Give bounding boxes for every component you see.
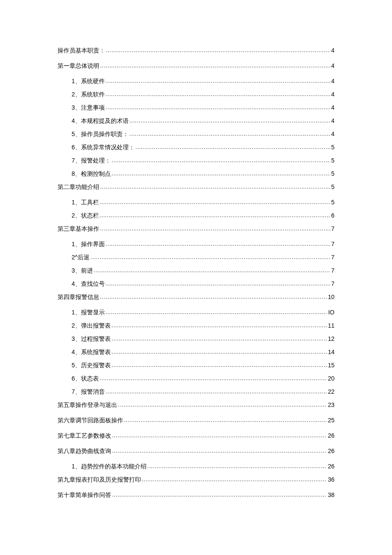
toc-leader-dots [106,389,327,395]
toc-label: 2、系统软件 [72,91,105,99]
toc-leader-dots [106,78,330,84]
toc-entry: 1、工具栏5 [58,199,334,206]
toc-label: 4、系统报警表 [72,349,111,356]
toc-leader-dots [142,477,327,482]
toc-label: 8、检测控制点 [72,170,111,178]
toc-page-number: 4 [331,91,334,98]
toc-entry: 第九章报表打印及历史报警打印36 [58,476,334,484]
toc-label: 3、过程报警表 [72,335,111,343]
toc-entry: 第一章总体说明4 [58,62,334,70]
toc-page-number: 6 [331,212,334,219]
toc-leader-dots [147,463,327,469]
toc-page-number: 26 [328,463,334,470]
toc-label: 第五章操作登录与退出 [58,401,117,409]
toc-leader-dots [112,362,327,368]
toc-leader-dots [112,349,327,355]
toc-leader-dots [112,336,327,342]
toc-leader-dots [112,433,327,439]
toc-page-number: 4 [331,104,334,111]
toc-leader-dots [112,492,327,498]
toc-entry: 第八章趋势曲线查询26 [58,447,334,455]
toc-label: 第六章调节回路面板操作 [58,417,123,424]
toc-page-number: 7 [331,241,334,247]
toc-entry: 1、报警显示IO [58,309,334,317]
toc-page-number: 20 [328,375,334,382]
toc-label: 6、系统异常情况处理： [72,144,135,151]
toc-page-number: 25 [328,417,334,424]
toc-leader-dots [100,226,330,232]
toc-leader-dots [112,448,327,454]
toc-page-number: 5 [331,157,334,164]
toc-page-number: 12 [328,335,334,342]
toc-page-number: 4 [331,78,334,84]
toc-label: 4、本规程提及的术语 [72,117,129,125]
toc-leader-dots [106,309,327,315]
toc-page-number: 11 [328,322,334,329]
toc-page-number: 4 [331,62,334,69]
toc-entry: 2、弹出报警表11 [58,322,334,330]
toc-leader-dots [112,171,330,177]
toc-page-number: 26 [328,447,334,454]
toc-entry: 2、系统软件4 [58,91,334,99]
toc-label: 第八章趋势曲线查询 [58,447,111,455]
toc-entry: 4、系统报警表14 [58,349,334,356]
toc-leader-dots [112,323,327,328]
toc-leader-dots [90,254,330,260]
toc-page-number: 5 [331,199,334,206]
toc-label: 3、前进 [72,267,93,275]
toc-page-number: 7 [331,254,334,261]
toc-entry: 3、注意事项4 [58,104,334,112]
toc-entry: 1、系统硬件4 [58,78,334,85]
toc-label: 7、报警处理： [72,157,111,165]
toc-entry: 6、系统异常情况处理：5 [58,144,334,151]
toc-label: 第四章报警信息 [58,293,99,301]
toc-label: 第十章简单操作问答 [58,491,111,499]
toc-leader-dots [130,118,330,124]
toc-page-number: 7 [331,225,334,232]
toc-entry: 1、趋势控件的基本功能介绍26 [58,463,334,471]
toc-leader-dots [100,63,330,69]
toc-leader-dots [106,105,330,110]
toc-label: 5、历史报警表 [72,362,111,369]
toc-page-number: 4 [331,47,334,54]
toc-leader-dots [100,212,330,218]
toc-label: 第七章工艺参数修改 [58,432,111,440]
toc-leader-dots [106,47,330,53]
toc-entry: 第七章工艺参数修改26 [58,432,334,440]
toc-leader-dots [118,402,327,408]
toc-label: 4、查找位号 [72,280,105,288]
toc-page-number: 4 [331,131,334,137]
toc-page-number: 38 [328,491,334,498]
toc-label: 3、注意事项 [72,104,105,112]
toc-page-number: 7 [331,267,334,274]
table-of-contents: 操作员基本职责：4第一章总体说明41、系统硬件42、系统软件43、注意事项44、… [58,47,334,499]
toc-page-number: 10 [328,293,334,300]
toc-label: 第三章基本操作 [58,225,99,233]
toc-label: 第九章报表打印及历史报警打印 [58,476,141,484]
toc-entry: 8、检测控制点5 [58,170,334,178]
toc-entry: 5、历史报警表15 [58,362,334,369]
toc-label: 第一章总体说明 [58,62,99,70]
toc-leader-dots [112,157,330,163]
toc-page-number: 5 [331,170,334,177]
toc-entry: 7、报警处理：5 [58,157,334,165]
toc-entry: 4、查找位号7 [58,280,334,288]
toc-label: 1、趋势控件的基本功能介绍 [72,463,147,471]
toc-leader-dots [94,267,330,273]
toc-label: 2、状态栏 [72,212,99,220]
toc-leader-dots [135,144,330,150]
toc-entry: 第四章报警信息10 [58,293,334,301]
toc-label: 1、报警显示 [72,309,105,317]
toc-leader-dots [100,375,327,381]
toc-label: 操作员基本职责： [58,47,105,55]
toc-leader-dots [100,294,327,300]
toc-leader-dots [124,417,327,423]
toc-page-number: 7 [331,280,334,287]
toc-page-number: 26 [328,432,334,439]
toc-leader-dots [100,184,330,190]
toc-page-number: 36 [328,476,334,483]
toc-entry: 6、状态表20 [58,375,334,383]
toc-label: 第二章功能介绍 [58,183,99,191]
toc-entry: 4、本规程提及的术语4 [58,117,334,125]
toc-page-number: 14 [328,349,334,355]
